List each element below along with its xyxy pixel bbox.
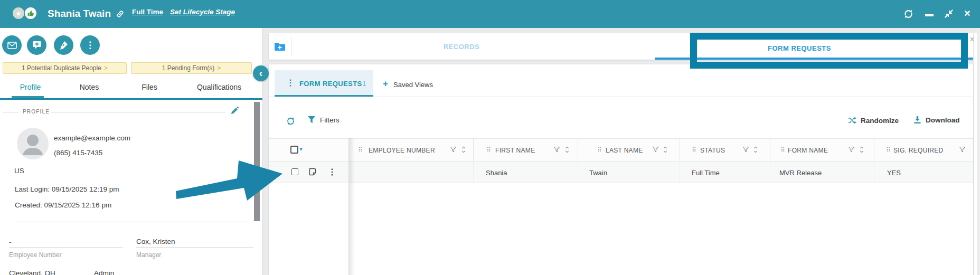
column-filter-icon[interactable] [553, 146, 560, 153]
highlight-annotation-box [690, 33, 968, 69]
employment-status-link[interactable]: Full Time [132, 8, 163, 16]
person-silhouette-icon [17, 128, 49, 159]
shuffle-icon [848, 116, 856, 125]
cell-first-name: Shania [486, 169, 507, 177]
column-filter-icon[interactable] [742, 146, 749, 153]
divider [770, 163, 770, 183]
column-filter-icon[interactable] [848, 146, 855, 153]
divider [578, 163, 578, 183]
cell-status: Full Time [692, 169, 720, 177]
top-header-bar: ★ Shania Twain Full Time Set Lifecycle S… [0, 0, 980, 28]
filters-button[interactable]: Filters [308, 116, 340, 124]
divider [136, 247, 253, 248]
kebab-icon: ⋮ [86, 40, 95, 51]
approve-button[interactable] [25, 7, 36, 19]
column-divider[interactable] [473, 139, 474, 162]
column-header-status[interactable]: STATUS [700, 147, 725, 154]
avatar [17, 128, 49, 159]
sidebar-tab-profile[interactable]: Profile [11, 83, 50, 91]
tab-records[interactable]: RECORDS [427, 43, 496, 51]
drag-handle-icon[interactable]: ⠿ [886, 147, 891, 153]
column-divider[interactable] [874, 139, 874, 162]
divider [874, 163, 874, 183]
cell-form-name: MVR Release [779, 169, 822, 177]
column-header-sig-required[interactable]: SIG. REQUIRED [893, 147, 944, 154]
drag-handle-icon[interactable]: ⠿ [692, 147, 696, 153]
minimize-icon[interactable] [925, 14, 934, 16]
row-checkbox[interactable] [291, 168, 298, 175]
link-icon[interactable] [116, 10, 125, 18]
duplicate-people-alert[interactable]: 1 Potential Duplicate People> [3, 62, 127, 74]
select-all-checkbox[interactable] [290, 146, 298, 154]
column-header-employee-number[interactable]: EMPLOYEE NUMBER [369, 147, 435, 154]
sidebar-tab-qualifications[interactable]: Qualifications [190, 83, 248, 91]
randomize-button[interactable]: Randomize [848, 116, 899, 125]
column-sort-icon[interactable] [564, 146, 570, 154]
column-sort-icon[interactable] [752, 146, 759, 154]
column-filter-icon[interactable] [450, 146, 457, 153]
drag-handle-icon[interactable]: ⠿ [597, 147, 602, 153]
email-button[interactable] [2, 35, 22, 55]
sidebar-tab-files[interactable]: Files [129, 83, 169, 91]
edit-pencil-icon[interactable] [230, 107, 239, 115]
more-actions-button[interactable]: ⋮ [80, 35, 100, 55]
download-button[interactable]: Download [913, 116, 960, 124]
set-lifecycle-stage-link[interactable]: Set Lifecycle Stage [170, 8, 235, 16]
star-icon: ★ [15, 10, 22, 17]
column-filter-icon[interactable] [959, 146, 966, 153]
saved-views-tab[interactable]: + Saved Views [380, 70, 448, 95]
refresh-grid-icon[interactable] [286, 117, 295, 126]
column-sort-icon[interactable] [662, 146, 668, 154]
pending-forms-alert[interactable]: 1 Pending Form(s)> [131, 62, 252, 74]
column-divider[interactable] [770, 139, 770, 162]
column-header-form-name[interactable]: FORM NAME [788, 147, 828, 154]
divider [680, 163, 680, 183]
download-icon [913, 116, 921, 124]
drag-handle-icon[interactable]: ⠿ [486, 147, 491, 153]
view-tab-count: 1 [362, 80, 366, 88]
column-sort-icon[interactable] [859, 146, 865, 154]
divider [9, 247, 123, 248]
view-tab-form-requests[interactable]: ⋮ FORM REQUESTS 1 [275, 70, 373, 95]
sign-button[interactable] [54, 35, 73, 55]
person-sidebar: ⋮ 1 Potential Duplicate People> 1 Pendin… [0, 28, 262, 275]
records-folder-button[interactable] [269, 33, 291, 60]
column-divider[interactable] [680, 139, 680, 162]
divider [291, 37, 291, 56]
envelope-icon [7, 42, 17, 49]
favorite-star-button[interactable]: ★ [13, 7, 24, 19]
column-header-first-name[interactable]: FIRST NAME [495, 147, 535, 154]
section-title: PROFILE [23, 109, 50, 115]
column-filter-icon[interactable] [652, 146, 659, 153]
table-row[interactable] [269, 162, 973, 183]
email-value: example@example.com [54, 134, 130, 142]
panel-close-button[interactable]: × [967, 35, 977, 44]
column-header-last-name[interactable]: LAST NAME [606, 147, 643, 154]
window-scrollbar-track[interactable] [977, 28, 980, 275]
employee-number-label: Employee Number [9, 251, 61, 259]
collapse-window-icon[interactable] [944, 9, 954, 18]
column-divider[interactable] [578, 139, 578, 162]
row-form-copy-icon[interactable] [309, 168, 316, 176]
view-tab-kebab-icon[interactable]: ⋮ [286, 79, 295, 87]
close-window-icon[interactable]: × [964, 7, 970, 20]
sidebar-tab-notes[interactable]: Notes [69, 83, 110, 91]
manager-value: Cox, Kristen [136, 238, 175, 245]
sidebar-collapse-button[interactable]: ‹ [253, 65, 269, 81]
country-value: US [14, 167, 24, 175]
last-login-text: Last Login: 09/15/2025 12:19 pm [15, 185, 119, 193]
location-value: Cleveland, OH [9, 269, 55, 275]
drag-handle-icon[interactable]: ⠿ [358, 147, 363, 153]
pen-nib-icon [59, 41, 68, 50]
divider [51, 112, 225, 112]
cell-last-name: Twain [589, 169, 607, 177]
row-menu-kebab-icon[interactable]: ⋮ [328, 168, 336, 176]
page-title: Shania Twain [48, 8, 111, 20]
add-note-button[interactable] [27, 35, 46, 55]
select-dropdown-caret-icon[interactable]: ▾ [299, 145, 303, 153]
column-sort-icon[interactable] [460, 146, 467, 154]
refresh-window-icon[interactable] [903, 9, 913, 19]
chevron-right-icon: > [217, 64, 221, 72]
drag-handle-icon[interactable]: ⠿ [780, 147, 785, 153]
sidebar-scrollbar-thumb[interactable] [254, 102, 260, 221]
